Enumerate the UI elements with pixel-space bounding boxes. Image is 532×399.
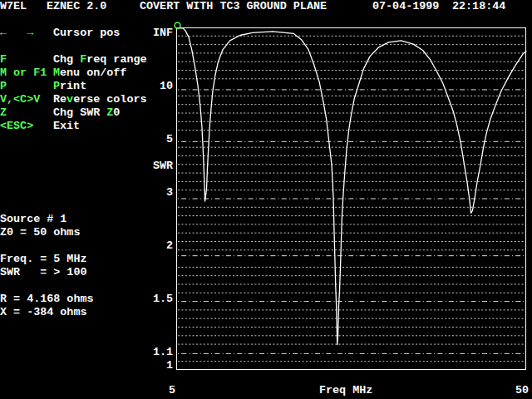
- label-hotletter: F: [80, 53, 86, 66]
- menu-label-menu-toggle: Menu on/off: [53, 66, 126, 80]
- hotkey-v[interactable]: V,<C>V: [0, 93, 40, 106]
- app-name: W7EL: [0, 0, 27, 13]
- date-display: 07-04-1999: [372, 0, 439, 13]
- hotkey-z[interactable]: Z: [0, 106, 7, 120]
- cursor-pos-label: Cursor pos: [53, 27, 120, 40]
- menu-label-freq-range: Chg Freq range: [53, 53, 147, 66]
- label-pre: Re: [53, 93, 66, 106]
- label-post: 0: [113, 106, 120, 119]
- label-pre: Chg: [53, 53, 80, 66]
- x-tick-max: 50: [515, 384, 529, 397]
- menu-label-swr-z0: Chg SWR Z0: [53, 106, 120, 120]
- hotkey-p[interactable]: P: [0, 80, 7, 93]
- menu-label-reverse-colors: Reverse colors: [53, 93, 147, 106]
- hotkey-f[interactable]: F: [0, 53, 7, 66]
- label-hotletter: v: [66, 93, 73, 106]
- eznec-swr-screen: W7EL EZNEC 2.0 COVERT WITH TC3 GROUND PL…: [0, 0, 532, 399]
- y-tick-10: 10: [153, 80, 173, 93]
- label-post: enu on/off: [60, 66, 126, 79]
- window-title: COVERT WITH TC3 GROUND PLANE: [140, 0, 327, 13]
- cursor-freq: Freq. = 5 MHz: [0, 253, 86, 266]
- y-tick-1: 1: [153, 359, 173, 372]
- label-pre: Exit: [53, 120, 80, 132]
- cursor-marker[interactable]: [175, 22, 180, 28]
- resistance-value: R = 4.168 ohms: [0, 293, 94, 306]
- time-display: 22:18:44: [452, 0, 505, 13]
- arrow-keys-icon[interactable]: ← →: [0, 27, 33, 40]
- reactance-value: X = -384 ohms: [0, 306, 86, 319]
- x-axis-title: Freq MHz: [319, 384, 372, 397]
- label-hotletter: M: [53, 66, 60, 79]
- app-version: EZNEC 2.0: [47, 0, 106, 13]
- y-tick-5: 5: [153, 133, 173, 146]
- label-pre: Chg SWR: [53, 106, 106, 119]
- z0-value: Z0 = 50 ohms: [0, 226, 80, 239]
- cursor-swr: SWR = > 100: [0, 266, 86, 279]
- source-number: Source # 1: [0, 213, 66, 226]
- y-tick-2: 2: [153, 239, 173, 253]
- menu-label-exit: Exit: [53, 120, 80, 133]
- label-post: rint: [60, 80, 86, 92]
- x-tick-min: 5: [169, 384, 175, 397]
- y-axis-title: SWR: [153, 160, 173, 173]
- swr-curve: [176, 28, 526, 345]
- y-tick-1-1: 1.1: [153, 346, 173, 359]
- label-hotletter: P: [53, 80, 60, 92]
- hotkey-m-f1[interactable]: M or F1: [0, 66, 47, 80]
- hotkey-esc[interactable]: <ESC>: [0, 120, 33, 133]
- menu-label-print: Print: [53, 80, 86, 93]
- swr-chart[interactable]: [176, 27, 526, 370]
- y-tick-3: 3: [153, 186, 173, 200]
- cursor-swr-readout: INF: [153, 27, 173, 40]
- label-post: erse colors: [73, 93, 146, 106]
- label-post: req range: [86, 53, 146, 66]
- y-tick-1-5: 1.5: [153, 293, 173, 306]
